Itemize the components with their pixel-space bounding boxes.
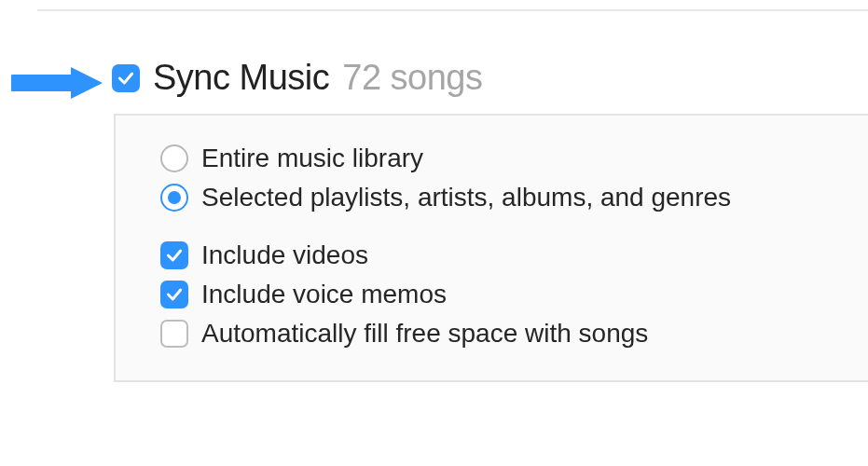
pointer-arrow-icon bbox=[11, 63, 104, 106]
radio-label: Entire music library bbox=[201, 144, 423, 173]
sync-music-checkbox[interactable] bbox=[112, 64, 140, 92]
checkmark-icon bbox=[165, 246, 184, 265]
top-divider bbox=[37, 9, 868, 11]
checkbox-include-voice-memos[interactable] bbox=[160, 281, 188, 308]
checkmark-icon bbox=[165, 285, 184, 304]
checkbox-auto-fill[interactable] bbox=[160, 320, 188, 348]
radio-option-selected-playlists[interactable]: Selected playlists, artists, albums, and… bbox=[160, 183, 868, 212]
sync-music-count: 72 songs bbox=[342, 58, 482, 98]
radio-entire-library[interactable] bbox=[160, 144, 188, 172]
checkmark-icon bbox=[117, 69, 135, 88]
radio-selected-playlists[interactable] bbox=[160, 184, 188, 212]
sync-music-title: Sync Music bbox=[153, 58, 329, 98]
radio-option-entire-library[interactable]: Entire music library bbox=[160, 144, 868, 173]
checkbox-option-auto-fill[interactable]: Automatically fill free space with songs bbox=[160, 319, 868, 349]
sync-music-header: Sync Music 72 songs bbox=[112, 58, 483, 98]
checkbox-label: Automatically fill free space with songs bbox=[201, 319, 648, 349]
checkbox-include-videos[interactable] bbox=[160, 241, 188, 269]
checkbox-label: Include videos bbox=[201, 240, 368, 270]
radio-label: Selected playlists, artists, albums, and… bbox=[201, 183, 731, 212]
checkbox-label: Include voice memos bbox=[201, 280, 447, 309]
checkbox-option-include-voice-memos[interactable]: Include voice memos bbox=[160, 280, 868, 309]
checkbox-option-include-videos[interactable]: Include videos bbox=[160, 240, 868, 270]
sync-options-panel: Entire music library Selected playlists,… bbox=[114, 114, 868, 382]
